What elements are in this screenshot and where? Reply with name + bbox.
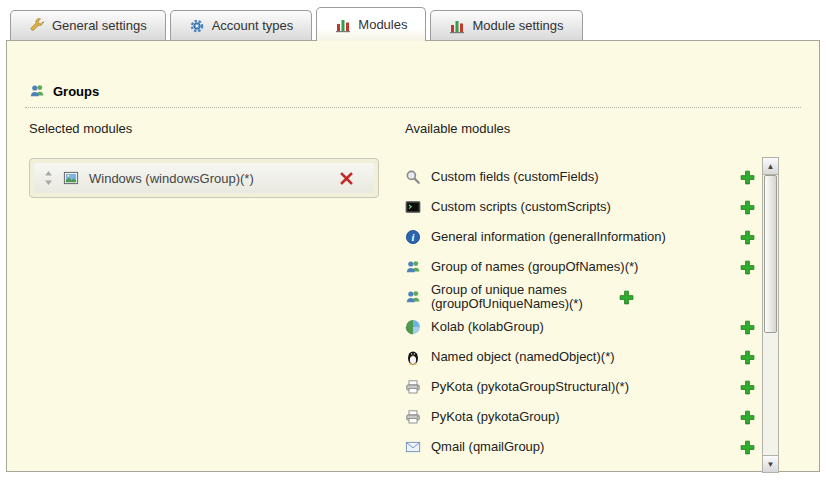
section-title: Groups xyxy=(53,84,99,99)
module-label: Group of unique names (groupOfUniqueName… xyxy=(431,283,609,311)
selected-module-row[interactable]: Windows (windowsGroup)(*) xyxy=(34,163,374,193)
add-module-icon[interactable] xyxy=(740,410,755,425)
module-label: PyKota (pykotaGroupStructural)(*) xyxy=(431,380,730,394)
module-label: Custom fields (customFields) xyxy=(431,170,730,184)
modules-panel: Groups Selected modules Windows (windows… xyxy=(6,40,820,472)
drag-handle-icon[interactable] xyxy=(44,171,53,185)
module-label: Custom scripts (customScripts) xyxy=(431,200,730,214)
add-module-icon[interactable] xyxy=(740,260,755,275)
module-label: Qmail (qmailGroup) xyxy=(431,440,730,454)
available-modules-heading: Available modules xyxy=(405,121,761,136)
available-module-row: Group of names (groupOfNames)(*) xyxy=(405,252,761,282)
scroll-down-icon[interactable]: ▼ xyxy=(763,455,778,472)
scrollbar-thumb[interactable] xyxy=(764,175,777,333)
mail-icon xyxy=(405,439,421,455)
available-modules-scrollbar[interactable]: ▲ ▼ xyxy=(762,157,779,473)
scroll-up-icon[interactable]: ▲ xyxy=(763,158,778,175)
selected-module-label: Windows (windowsGroup)(*) xyxy=(89,171,254,186)
add-module-icon[interactable] xyxy=(740,380,755,395)
selected-modules-column: Selected modules Windows (windowsGroup)(… xyxy=(29,121,379,198)
tab-label: General settings xyxy=(52,18,147,33)
delete-icon[interactable] xyxy=(339,171,354,186)
printer-icon xyxy=(405,379,421,395)
available-module-row: Custom fields (customFields) xyxy=(405,162,761,192)
gear-icon xyxy=(189,18,205,34)
module-label: Group of names (groupOfNames)(*) xyxy=(431,260,730,274)
available-modules-column: Available modules Custom fields (customF… xyxy=(405,121,761,462)
module-label: PyKota (pykotaGroup) xyxy=(431,410,730,424)
windows-module-icon xyxy=(63,170,79,186)
available-module-row: Group of unique names (groupOfUniqueName… xyxy=(405,282,761,312)
wrench-icon xyxy=(29,18,45,34)
add-module-icon[interactable] xyxy=(740,200,755,215)
add-module-icon[interactable] xyxy=(619,290,634,305)
printer-icon xyxy=(405,409,421,425)
add-module-icon[interactable] xyxy=(740,230,755,245)
selected-modules-heading: Selected modules xyxy=(29,121,379,136)
add-module-icon[interactable] xyxy=(740,350,755,365)
module-label: Kolab (kolabGroup) xyxy=(431,320,730,334)
module-label: Named object (namedObject)(*) xyxy=(431,350,730,364)
tab-module-settings[interactable]: Module settings xyxy=(430,10,582,40)
selected-modules-box: Windows (windowsGroup)(*) xyxy=(29,158,379,198)
available-module-row: Named object (namedObject)(*) xyxy=(405,342,761,372)
tab-label: Modules xyxy=(358,17,407,32)
tab-modules[interactable]: Modules xyxy=(316,7,426,41)
add-module-icon[interactable] xyxy=(740,320,755,335)
tab-general-settings[interactable]: General settings xyxy=(10,10,166,40)
penguin-icon xyxy=(405,349,421,365)
group-icon xyxy=(405,289,421,305)
dotted-divider xyxy=(25,107,801,108)
tab-label: Module settings xyxy=(472,18,563,33)
available-module-row: General information (generalInformation) xyxy=(405,222,761,252)
available-module-row: PyKota (pykotaGroupStructural)(*) xyxy=(405,372,761,402)
kolab-icon xyxy=(405,319,421,335)
available-module-row: Qmail (qmailGroup) xyxy=(405,432,761,462)
tab-account-types[interactable]: Account types xyxy=(170,10,313,40)
add-module-icon[interactable] xyxy=(740,440,755,455)
modules-icon xyxy=(449,18,465,34)
section-heading: Groups xyxy=(29,83,99,99)
tab-label: Account types xyxy=(212,18,294,33)
modules-icon xyxy=(335,17,351,33)
group-icon xyxy=(405,259,421,275)
available-module-row: Kolab (kolabGroup) xyxy=(405,312,761,342)
available-module-row: Custom scripts (customScripts) xyxy=(405,192,761,222)
info-icon xyxy=(405,229,421,245)
module-label: General information (generalInformation) xyxy=(431,230,730,244)
magnifier-icon xyxy=(405,169,421,185)
available-module-row: PyKota (pykotaGroup) xyxy=(405,402,761,432)
group-icon xyxy=(29,83,45,99)
add-module-icon[interactable] xyxy=(740,170,755,185)
terminal-icon xyxy=(405,199,421,215)
available-modules-list: Custom fields (customFields) Custom scri… xyxy=(405,162,761,462)
tab-bar: General settings Account types Modules M… xyxy=(10,7,583,40)
